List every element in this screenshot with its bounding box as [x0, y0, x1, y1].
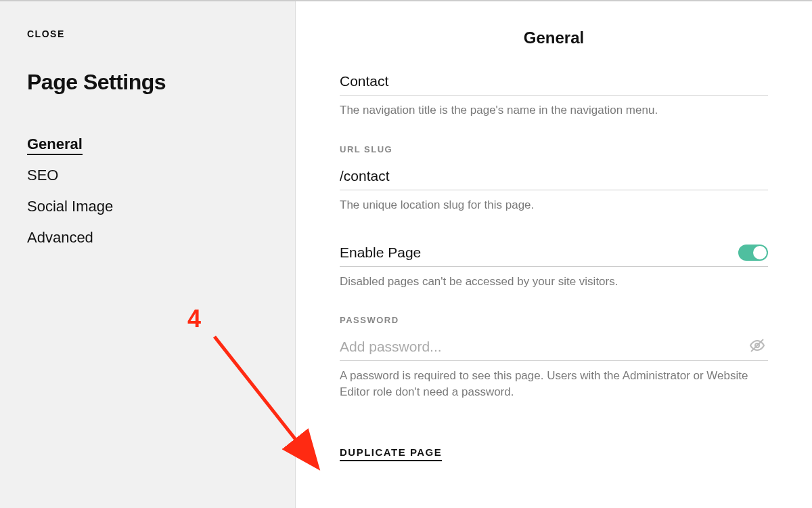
- password-label: PASSWORD: [340, 315, 768, 325]
- sidebar-item-social-image[interactable]: Social Image: [27, 191, 268, 222]
- sidebar-item-label: Social Image: [27, 198, 113, 215]
- main-header: General: [296, 1, 812, 68]
- sidebar-item-label: SEO: [27, 167, 58, 184]
- url-slug-help: The unique location slug for this page.: [340, 197, 768, 213]
- main-panel: General The navigation title is the page…: [296, 1, 812, 508]
- eye-off-icon[interactable]: [746, 337, 768, 356]
- password-help: A password is required to see this page.…: [340, 368, 768, 400]
- annotation-arrow-icon: [204, 326, 340, 482]
- sidebar-item-label: Advanced: [27, 229, 93, 246]
- url-slug-label: URL SLUG: [340, 144, 768, 154]
- nav-title-help: The navigation title is the page's name …: [340, 102, 768, 119]
- annotation-step-number: 4: [187, 305, 201, 333]
- content-area: The navigation title is the page's name …: [296, 68, 812, 461]
- duplicate-page-link[interactable]: DUPLICATE PAGE: [340, 446, 442, 461]
- toggle-knob: [753, 246, 767, 259]
- nav-title-input[interactable]: [340, 68, 768, 96]
- sidebar-item-advanced[interactable]: Advanced: [27, 222, 268, 253]
- page-title: Page Settings: [27, 70, 268, 95]
- enable-page-toggle[interactable]: [738, 245, 768, 261]
- sidebar-item-label: General: [27, 135, 83, 155]
- enable-page-field-group: Enable Page Disabled pages can't be acce…: [340, 239, 768, 290]
- password-field-group: PASSWORD A password is required to see t…: [340, 315, 768, 400]
- enable-page-row: Enable Page: [340, 239, 768, 267]
- sidebar-item-general[interactable]: General: [27, 129, 268, 160]
- password-input[interactable]: [340, 333, 746, 360]
- url-slug-input[interactable]: [340, 163, 768, 190]
- enable-page-label: Enable Page: [340, 245, 421, 261]
- sidebar-item-seo[interactable]: SEO: [27, 160, 268, 191]
- nav-title-field-group: The navigation title is the page's name …: [340, 68, 768, 119]
- url-slug-field-group: URL SLUG The unique location slug for th…: [340, 144, 768, 213]
- enable-page-help: Disabled pages can't be accessed by your…: [340, 274, 768, 290]
- close-button[interactable]: CLOSE: [27, 28, 268, 39]
- svg-line-3: [215, 337, 316, 465]
- password-input-row: [340, 333, 768, 361]
